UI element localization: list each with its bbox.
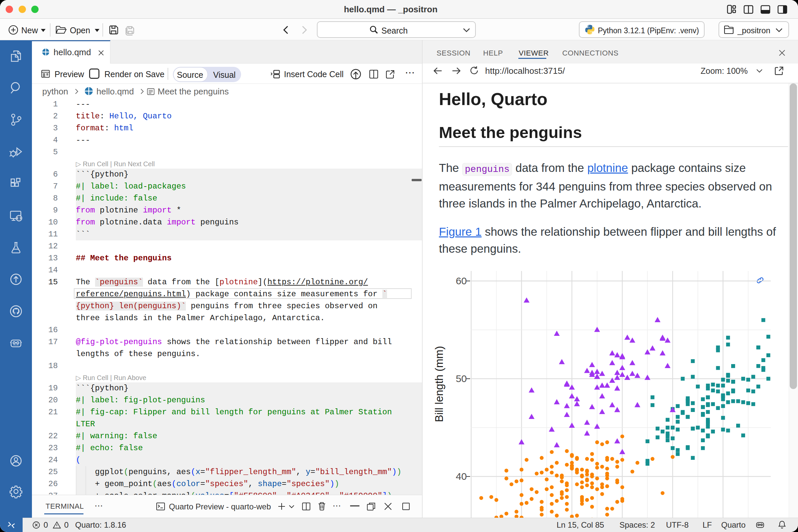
svg-text:Bill length (mm): Bill length (mm)	[433, 346, 445, 422]
svg-text:40: 40	[456, 471, 467, 482]
svg-text:60: 60	[456, 275, 467, 286]
svg-text:50: 50	[456, 373, 467, 384]
